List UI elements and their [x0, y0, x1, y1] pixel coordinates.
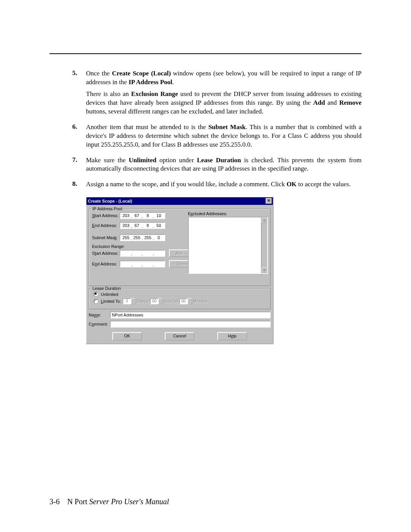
ip-address-pool-group: IP Address Pool Start Address: 203.67.8.…: [89, 209, 271, 286]
step-number: 8.: [72, 180, 86, 192]
ex-start-input[interactable]: ...: [119, 250, 165, 257]
start-address-label: Start Address:: [92, 213, 119, 218]
comment-input[interactable]: [110, 321, 271, 328]
step-text: Another item that must be attended to is…: [86, 123, 362, 152]
group-legend: Lease Duration: [91, 286, 122, 291]
excluded-addresses-label: Excluded Addresses:: [188, 211, 268, 216]
dialog-title: Create Scope - (Local): [88, 199, 132, 203]
numbered-steps: 5.Once the Create Scope (Local) window o…: [72, 69, 362, 192]
comment-label: Comment:: [89, 322, 110, 326]
step-text: Once the Create Scope (Local) window ope…: [86, 69, 362, 119]
footer-prefix: N Port: [67, 497, 89, 506]
excluded-addresses-list[interactable]: ▲ ▼: [188, 217, 268, 274]
limited-label: Limited To:: [101, 299, 121, 304]
subnet-mask-label: Subnet Mask:: [92, 235, 119, 240]
page-footer: 3-6 N Port Server Pro User's Manual: [49, 497, 169, 506]
step-text: Assign a name to the scope, and if you w…: [86, 180, 362, 192]
scroll-up-icon[interactable]: ▲: [261, 217, 267, 223]
ex-end-label: End Address:: [92, 262, 119, 266]
ex-end-input[interactable]: ...: [119, 260, 165, 267]
spinner-buttons[interactable]: [158, 298, 163, 304]
unlimited-radio[interactable]: [94, 292, 99, 297]
lease-duration-group: Lease Duration Unlimited Limited To: 3 D…: [89, 288, 271, 309]
unlimited-label: Unlimited: [101, 292, 118, 297]
days-label: Day(s): [136, 299, 148, 304]
dialog-titlebar: Create Scope - (Local) ✕: [86, 197, 273, 205]
limited-radio[interactable]: [94, 299, 99, 304]
cancel-button[interactable]: Cancel: [165, 332, 194, 340]
horizontal-rule: [49, 53, 362, 54]
start-address-input[interactable]: 203.67.8.10: [119, 212, 165, 219]
page-number: 3-6: [49, 497, 60, 506]
name-input[interactable]: NPort Addresses: [110, 312, 271, 318]
step-text: Make sure the Unlimited option under Lea…: [86, 156, 362, 177]
close-icon[interactable]: ✕: [266, 198, 272, 204]
minutes-label: Minutes: [193, 299, 208, 304]
hours-spinner[interactable]: 00: [150, 298, 158, 304]
excluded-addresses-panel: Excluded Addresses: ▲ ▼: [188, 211, 268, 274]
group-legend: IP Address Pool: [91, 206, 123, 211]
scrollbar[interactable]: ▲ ▼: [261, 217, 267, 273]
days-spinner[interactable]: 3: [123, 298, 131, 304]
step-number: 6.: [72, 123, 86, 152]
ex-start-label: Start Address:: [92, 251, 119, 256]
exclusion-range-label: Exclusion Range:: [92, 244, 125, 249]
spinner-buttons[interactable]: [188, 298, 192, 304]
ok-button[interactable]: OK: [112, 332, 142, 340]
step-number: 7.: [72, 156, 86, 177]
spinner-buttons[interactable]: [131, 298, 135, 304]
minutes-spinner[interactable]: 00: [179, 298, 188, 304]
help-button[interactable]: Help: [217, 332, 247, 340]
hours-label: Hour(s): [164, 299, 178, 304]
name-label: Name:: [89, 313, 110, 317]
end-address-label: End Address:: [92, 223, 119, 228]
manual-title: Server Pro User's Manual: [89, 497, 169, 506]
step-number: 5.: [72, 69, 86, 119]
scroll-down-icon[interactable]: ▼: [261, 267, 267, 273]
create-scope-dialog: Create Scope - (Local) ✕ IP Address Pool…: [86, 197, 274, 344]
subnet-mask-input[interactable]: 255.255.255.0: [119, 234, 165, 241]
end-address-input[interactable]: 203.67.8.50: [119, 222, 165, 229]
